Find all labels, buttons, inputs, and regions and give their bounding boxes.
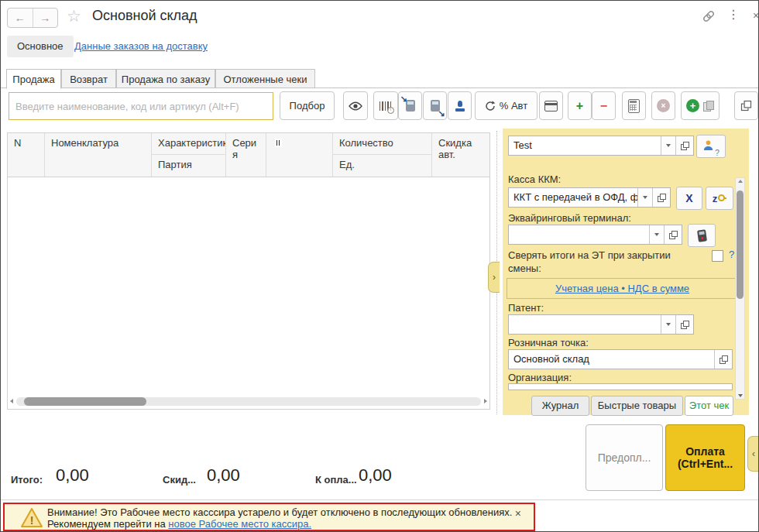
- pos-terminal-icon: [697, 229, 707, 242]
- kkm-field[interactable]: ККТ с передачей в ОФД, ф: [508, 187, 671, 208]
- help-question-mark[interactable]: ?: [729, 249, 734, 260]
- retail-point-value: Основной склад: [509, 350, 714, 369]
- forward-button[interactable]: →: [33, 9, 58, 27]
- column-header-auto-discount[interactable]: Скидка авт.: [432, 133, 489, 177]
- patent-dropdown-button[interactable]: [661, 315, 675, 334]
- open-form-icon: [658, 194, 666, 202]
- kkm-dropdown-button[interactable]: [637, 188, 652, 207]
- receipt-items-table: N Номенклатура Характеристика Серия Коли…: [7, 132, 490, 410]
- pay-button[interactable]: Оплата (Ctrl+Ent...: [665, 424, 745, 491]
- add-circle-icon: +: [686, 99, 699, 112]
- pick-button[interactable]: Подбор: [280, 91, 335, 120]
- column-header-n[interactable]: N: [8, 133, 45, 177]
- retail-open-button[interactable]: [714, 350, 732, 369]
- warning-triangle-icon: !: [20, 507, 43, 532]
- scroll-right-icon[interactable]: [484, 399, 487, 403]
- column-header-characteristic[interactable]: Характеристика: [152, 133, 226, 155]
- tab-deferred-receipts[interactable]: Отложенные чеки: [215, 69, 315, 88]
- panel-collapse-handle[interactable]: ›: [488, 262, 500, 293]
- panel-tab-journal[interactable]: Журнал: [531, 396, 589, 416]
- column-header-nomenclature[interactable]: Номенклатура: [45, 133, 152, 177]
- cashier-info-button[interactable]: ?: [696, 135, 726, 158]
- organization-field-clipped[interactable]: [508, 383, 733, 390]
- kkm-open-button[interactable]: [652, 188, 670, 207]
- page-title: Основной склад: [92, 8, 197, 24]
- auto-discount-button[interactable]: % Авт: [475, 91, 537, 120]
- prepayment-button[interactable]: Предопл...: [586, 424, 663, 491]
- panel-scroll-thumb[interactable]: [737, 190, 744, 299]
- new-cashier-workplace-link[interactable]: новое Рабочее место кассира.: [168, 518, 311, 530]
- warning-close-icon[interactable]: ×: [515, 507, 521, 520]
- panel-tab-quick-goods[interactable]: Быстрые товары: [591, 396, 683, 416]
- kkm-z-report-button[interactable]: z: [706, 187, 733, 210]
- patent-field[interactable]: [508, 314, 694, 335]
- terminal-open-button[interactable]: [664, 225, 682, 244]
- open-window-icon: [741, 101, 751, 111]
- search-input[interactable]: [9, 92, 273, 120]
- stamp-button[interactable]: [448, 91, 472, 120]
- horizontal-scrollbar[interactable]: [10, 396, 487, 407]
- barcode-scan-button[interactable]: [373, 91, 398, 120]
- card-button[interactable]: [539, 91, 563, 120]
- column-header-marking[interactable]: [266, 133, 333, 177]
- verify-totals-checkbox[interactable]: [712, 250, 723, 262]
- close-icon[interactable]: ×: [753, 9, 759, 22]
- calculator-button[interactable]: [622, 91, 646, 120]
- pos-terminal-button[interactable]: [688, 224, 716, 247]
- terminal-dropdown-button[interactable]: [649, 225, 664, 244]
- discount-label: Скид...: [163, 474, 196, 486]
- column-header-series[interactable]: Серия: [226, 133, 266, 177]
- cashier-open-button[interactable]: [675, 136, 693, 155]
- favorite-star-icon[interactable]: ☆: [67, 7, 81, 26]
- cashier-dropdown-button[interactable]: [661, 136, 675, 155]
- link-icon[interactable]: [702, 9, 716, 26]
- terminal-unload-button[interactable]: [423, 91, 447, 120]
- svg-text:!: !: [30, 514, 34, 527]
- column-header-quantity[interactable]: Количество: [333, 133, 432, 155]
- panel-vertical-scrollbar[interactable]: [735, 177, 745, 400]
- column-header-batch[interactable]: Партия: [152, 155, 226, 177]
- scroll-down-icon[interactable]: [738, 394, 743, 397]
- price-settings-link[interactable]: Учетная цена • НДС в сумме: [555, 283, 689, 294]
- tab-return[interactable]: Возврат: [61, 69, 116, 88]
- history-nav: ← →: [7, 8, 58, 28]
- add-row-button[interactable]: +: [568, 91, 592, 120]
- scrollbar-track[interactable]: [16, 397, 481, 406]
- tab-sale-by-order[interactable]: Продажа по заказу: [116, 69, 215, 88]
- terminal-load-button[interactable]: [398, 91, 422, 120]
- acquiring-terminal-label: Эквайринговый терминал:: [508, 212, 631, 224]
- acquiring-terminal-value: [509, 225, 649, 244]
- patent-open-button[interactable]: [675, 315, 693, 334]
- card-icon: [544, 101, 558, 112]
- verify-totals-label: Сверять итоги на ЭТ при закрытии смены:: [508, 249, 706, 275]
- remove-row-button[interactable]: −: [592, 91, 616, 120]
- open-form-icon: [669, 231, 678, 239]
- person-help-mark: ?: [715, 149, 720, 157]
- forward-arrow-icon: →: [39, 12, 50, 24]
- deprecation-warning-banner: ! Внимание! Это Рабочее место касссира у…: [3, 503, 535, 531]
- cashier-field[interactable]: Test: [508, 136, 694, 156]
- open-window-button[interactable]: [734, 91, 758, 120]
- scroll-up-icon[interactable]: [738, 180, 743, 183]
- cancel-receipt-button[interactable]: ×: [651, 91, 675, 120]
- scroll-left-icon[interactable]: [10, 399, 13, 403]
- tab-sale[interactable]: Продажа: [6, 69, 61, 89]
- open-form-icon: [681, 142, 689, 150]
- more-menu-icon[interactable]: ⋮: [727, 7, 740, 22]
- panel-scroll-track[interactable]: [737, 184, 744, 393]
- panel-tab-this-receipt[interactable]: Этот чек: [685, 396, 733, 416]
- copy-icon: [703, 101, 714, 112]
- person-icon: [702, 139, 714, 154]
- column-header-unit[interactable]: Ед.: [333, 155, 432, 177]
- retail-point-field[interactable]: Основной склад: [508, 349, 733, 369]
- new-receipt-button[interactable]: +: [681, 91, 720, 120]
- back-button[interactable]: ←: [8, 9, 33, 27]
- scrollbar-thumb[interactable]: [24, 397, 146, 406]
- view-button[interactable]: [343, 91, 368, 120]
- tab-main[interactable]: Основное: [7, 36, 74, 57]
- kkm-x-report-button[interactable]: X: [676, 187, 702, 210]
- acquiring-terminal-field[interactable]: [508, 225, 682, 245]
- right-panel-expand-handle[interactable]: ‹: [747, 436, 759, 472]
- patent-label: Патент:: [508, 302, 544, 314]
- delivery-orders-link[interactable]: Данные заказов на доставку: [74, 40, 208, 52]
